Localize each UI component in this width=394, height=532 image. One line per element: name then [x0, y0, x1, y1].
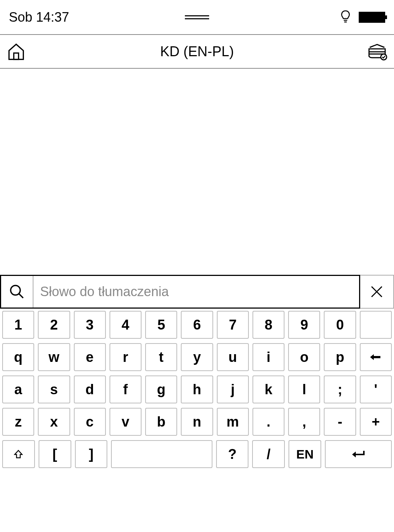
key-space[interactable] [111, 440, 212, 468]
key-i[interactable]: i [252, 343, 284, 371]
key-s[interactable]: s [38, 375, 70, 403]
key-blank[interactable] [360, 311, 392, 339]
key-slash[interactable]: / [252, 440, 285, 468]
key-y[interactable]: y [181, 343, 213, 371]
search-row [0, 275, 394, 309]
frontlight-icon[interactable] [340, 10, 351, 25]
home-icon[interactable] [7, 42, 26, 61]
key-f[interactable]: f [110, 375, 142, 403]
key-u[interactable]: u [217, 343, 249, 371]
key-2[interactable]: 2 [38, 311, 70, 339]
battery-icon [359, 12, 385, 23]
key-b[interactable]: b [145, 408, 177, 436]
key-language[interactable]: EN [289, 440, 321, 468]
key-3[interactable]: 3 [74, 311, 106, 339]
key-6[interactable]: 6 [181, 311, 213, 339]
key-1[interactable]: 1 [2, 311, 34, 339]
key-period[interactable]: . [252, 408, 284, 436]
status-bar: Sob 14:37 [0, 0, 394, 35]
key-plus[interactable]: + [360, 408, 392, 436]
key-7[interactable]: 7 [217, 311, 249, 339]
search-icon[interactable] [1, 276, 33, 308]
drag-handle-icon[interactable] [185, 15, 209, 19]
key-c[interactable]: c [74, 408, 106, 436]
key-o[interactable]: o [288, 343, 320, 371]
key-a[interactable]: a [2, 375, 34, 403]
svg-rect-2 [14, 53, 19, 59]
key-semicolon[interactable]: ; [324, 375, 356, 403]
key-z[interactable]: z [2, 408, 34, 436]
dictionary-select-icon[interactable] [367, 42, 387, 61]
key-rbracket[interactable]: ] [75, 440, 108, 468]
header-bar: KD (EN-PL) [0, 35, 394, 69]
key-9[interactable]: 9 [288, 311, 320, 339]
key-lbracket[interactable]: [ [39, 440, 71, 468]
key-d[interactable]: d [74, 375, 106, 403]
key-q[interactable]: q [2, 343, 34, 371]
key-minus[interactable]: - [324, 408, 356, 436]
key-k[interactable]: k [252, 375, 284, 403]
key-apostrophe[interactable]: ' [360, 375, 392, 403]
key-j[interactable]: j [217, 375, 249, 403]
on-screen-keyboard: 1 2 3 4 5 6 7 8 9 0 q w e r t y u i o p … [0, 309, 394, 470]
dictionary-title: KD (EN-PL) [160, 44, 234, 60]
key-h[interactable]: h [181, 375, 213, 403]
key-w[interactable]: w [38, 343, 70, 371]
key-backspace[interactable] [360, 343, 392, 371]
svg-point-6 [11, 285, 20, 295]
results-area [0, 69, 394, 275]
key-4[interactable]: 4 [110, 311, 142, 339]
status-time: Sob 14:37 [9, 10, 69, 25]
close-button[interactable] [360, 275, 394, 309]
key-l[interactable]: l [288, 375, 320, 403]
key-5[interactable]: 5 [145, 311, 177, 339]
key-comma[interactable]: , [288, 408, 320, 436]
search-input[interactable] [33, 276, 359, 308]
key-question[interactable]: ? [216, 440, 249, 468]
key-shift[interactable] [2, 440, 35, 468]
key-t[interactable]: t [145, 343, 177, 371]
key-enter[interactable] [325, 440, 392, 468]
key-e[interactable]: e [74, 343, 106, 371]
key-m[interactable]: m [217, 408, 249, 436]
key-r[interactable]: r [110, 343, 142, 371]
key-x[interactable]: x [38, 408, 70, 436]
svg-line-7 [19, 294, 23, 298]
search-box [0, 275, 360, 309]
key-g[interactable]: g [145, 375, 177, 403]
key-n[interactable]: n [181, 408, 213, 436]
key-v[interactable]: v [110, 408, 142, 436]
key-p[interactable]: p [324, 343, 356, 371]
status-right [340, 10, 385, 25]
key-0[interactable]: 0 [324, 311, 356, 339]
key-8[interactable]: 8 [252, 311, 284, 339]
